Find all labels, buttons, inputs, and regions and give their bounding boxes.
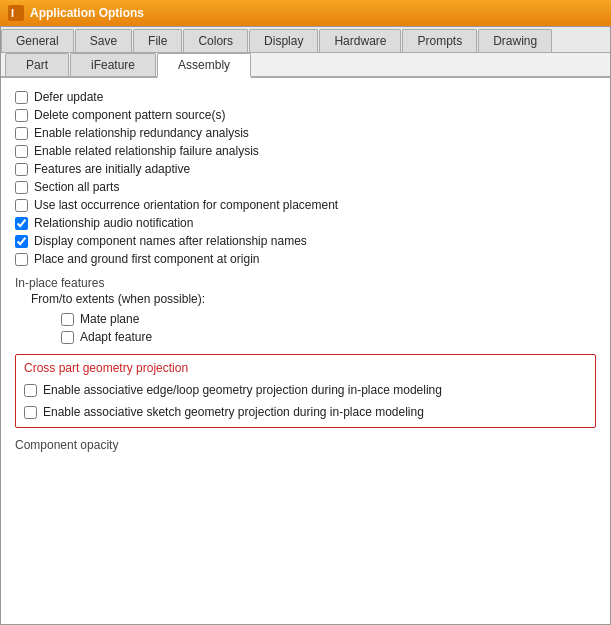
- tab-colors[interactable]: Colors: [183, 29, 248, 52]
- app-icon: I: [8, 5, 24, 21]
- main-tabs: General Save File Colors Display Hardwar…: [1, 27, 610, 53]
- option-row-place-and-ground: Place and ground first component at orig…: [15, 250, 596, 268]
- label-relationship-audio[interactable]: Relationship audio notification: [34, 216, 193, 230]
- tab-prompts[interactable]: Prompts: [402, 29, 477, 52]
- checkbox-place-and-ground[interactable]: [15, 253, 28, 266]
- option-row-mate-plane: Mate plane: [61, 310, 596, 328]
- checkbox-mate-plane[interactable]: [61, 313, 74, 326]
- option-row-display-component-names: Display component names after relationsh…: [15, 232, 596, 250]
- checkbox-adapt-feature[interactable]: [61, 331, 74, 344]
- tab-save[interactable]: Save: [75, 29, 132, 52]
- checkbox-enable-edge-loop[interactable]: [24, 384, 37, 397]
- subtab-assembly[interactable]: Assembly: [157, 53, 251, 78]
- tab-display[interactable]: Display: [249, 29, 318, 52]
- option-row-delete-pattern: Delete component pattern source(s): [15, 106, 596, 124]
- subtab-part[interactable]: Part: [5, 53, 69, 76]
- tab-general[interactable]: General: [1, 29, 74, 52]
- checkbox-features-adaptive[interactable]: [15, 163, 28, 176]
- checkbox-relationship-audio[interactable]: [15, 217, 28, 230]
- option-row-defer-update: Defer update: [15, 88, 596, 106]
- title-bar: I Application Options: [0, 0, 611, 26]
- checkbox-enable-sketch[interactable]: [24, 406, 37, 419]
- label-display-component-names[interactable]: Display component names after relationsh…: [34, 234, 307, 248]
- checkbox-display-component-names[interactable]: [15, 235, 28, 248]
- option-row-relationship-audio: Relationship audio notification: [15, 214, 596, 232]
- label-enable-sketch[interactable]: Enable associative sketch geometry proje…: [43, 405, 424, 419]
- label-features-adaptive[interactable]: Features are initially adaptive: [34, 162, 190, 176]
- from-to-section: From/to extents (when possible): Mate pl…: [15, 292, 596, 346]
- tab-drawing[interactable]: Drawing: [478, 29, 552, 52]
- cross-part-box: Cross part geometry projection Enable as…: [15, 354, 596, 428]
- option-row-features-adaptive: Features are initially adaptive: [15, 160, 596, 178]
- label-delete-pattern[interactable]: Delete component pattern source(s): [34, 108, 225, 122]
- window-title: Application Options: [30, 6, 144, 20]
- cross-part-title: Cross part geometry projection: [24, 361, 587, 375]
- option-row-last-occurrence: Use last occurrence orientation for comp…: [15, 196, 596, 214]
- option-row-adapt-feature: Adapt feature: [61, 328, 596, 346]
- component-opacity-label: Component opacity: [15, 438, 596, 452]
- label-section-all[interactable]: Section all parts: [34, 180, 119, 194]
- from-to-label: From/to extents (when possible):: [31, 292, 596, 306]
- label-defer-update[interactable]: Defer update: [34, 90, 103, 104]
- option-row-enable-redundancy: Enable relationship redundancy analysis: [15, 124, 596, 142]
- tab-file[interactable]: File: [133, 29, 182, 52]
- in-place-options: Mate plane Adapt feature: [31, 310, 596, 346]
- checkbox-section-all[interactable]: [15, 181, 28, 194]
- option-row-enable-failure: Enable related relationship failure anal…: [15, 142, 596, 160]
- label-adapt-feature[interactable]: Adapt feature: [80, 330, 152, 344]
- label-mate-plane[interactable]: Mate plane: [80, 312, 139, 326]
- in-place-features-label: In-place features: [15, 276, 596, 290]
- main-window: General Save File Colors Display Hardwar…: [0, 26, 611, 625]
- sub-tabs: Part iFeature Assembly: [1, 53, 610, 78]
- tab-hardware[interactable]: Hardware: [319, 29, 401, 52]
- content-area: Defer update Delete component pattern so…: [1, 78, 610, 624]
- label-enable-edge-loop[interactable]: Enable associative edge/loop geometry pr…: [43, 383, 442, 397]
- checkbox-last-occurrence[interactable]: [15, 199, 28, 212]
- label-enable-failure[interactable]: Enable related relationship failure anal…: [34, 144, 259, 158]
- option-row-section-all: Section all parts: [15, 178, 596, 196]
- option-row-enable-sketch: Enable associative sketch geometry proje…: [24, 403, 587, 421]
- svg-text:I: I: [11, 7, 14, 19]
- checkbox-defer-update[interactable]: [15, 91, 28, 104]
- label-place-and-ground[interactable]: Place and ground first component at orig…: [34, 252, 259, 266]
- label-last-occurrence[interactable]: Use last occurrence orientation for comp…: [34, 198, 338, 212]
- component-opacity-section: Component opacity: [15, 438, 596, 452]
- subtab-ifeature[interactable]: iFeature: [70, 53, 156, 76]
- checkbox-enable-redundancy[interactable]: [15, 127, 28, 140]
- checkbox-enable-failure[interactable]: [15, 145, 28, 158]
- checkbox-delete-pattern[interactable]: [15, 109, 28, 122]
- label-enable-redundancy[interactable]: Enable relationship redundancy analysis: [34, 126, 249, 140]
- option-row-enable-edge-loop: Enable associative edge/loop geometry pr…: [24, 381, 587, 399]
